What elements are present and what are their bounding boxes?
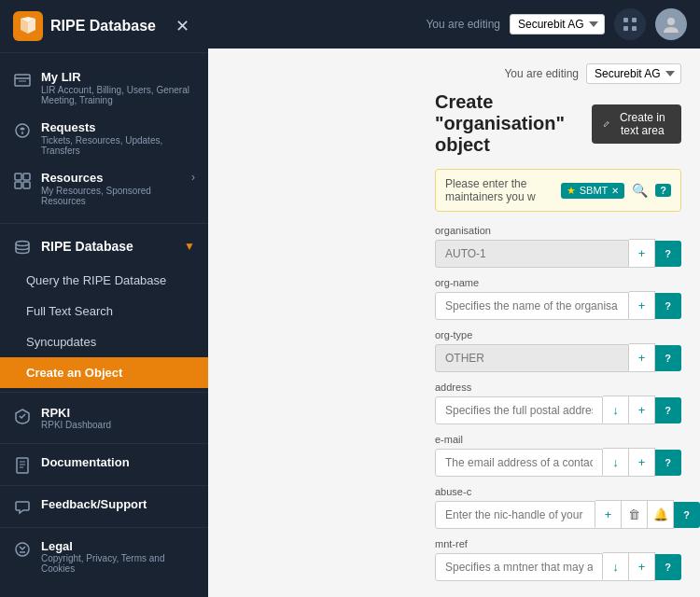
create-in-text-area-button[interactable]: Create in text area: [592, 104, 681, 144]
editing-bar-label: You are editing: [504, 67, 579, 80]
svg-rect-7: [23, 174, 30, 180]
field-down-btn-email[interactable]: ↓: [603, 448, 629, 477]
field-bell-btn-abusec[interactable]: 🔔: [648, 500, 674, 529]
field-label-orgname: org-name: [435, 277, 681, 288]
sidebar-close-button[interactable]: ✕: [170, 14, 195, 38]
resources-icon: [13, 173, 32, 189]
svg-rect-8: [15, 182, 21, 188]
field-help-btn-abusec[interactable]: ?: [674, 502, 700, 528]
svg-point-21: [667, 18, 675, 25]
mylir-icon: [13, 72, 32, 89]
field-plus-btn-abusec[interactable]: +: [595, 500, 622, 529]
field-trash-btn-abusec[interactable]: 🗑: [622, 500, 648, 529]
field-help-btn-email[interactable]: ?: [655, 450, 681, 476]
field-row-address: ↓ + ?: [435, 396, 681, 424]
sidebar-logo: RIPE Database: [13, 11, 156, 41]
feedback-icon: [13, 499, 32, 516]
field-group-address: address ↓ + ?: [435, 382, 681, 424]
svg-rect-19: [623, 26, 628, 31]
maintainer-help-button[interactable]: ?: [655, 184, 671, 197]
requests-subtitle: Tickets, Resources, Updates, Transfers: [41, 135, 195, 156]
field-help-btn-address[interactable]: ?: [655, 397, 681, 423]
sidebar-sub-item-query[interactable]: Query the RIPE Database: [0, 265, 208, 296]
resources-title: Resources: [41, 171, 182, 185]
editing-bar-select[interactable]: Securebit AG: [586, 63, 681, 84]
sidebar-item-resources[interactable]: Resources My Resources, Sponsored Resour…: [0, 163, 208, 214]
sidebar-section-ripedb: RIPE Database ▼ Query the RIPE Database …: [0, 224, 208, 393]
svg-rect-18: [632, 18, 637, 22]
user-avatar[interactable]: [655, 8, 687, 40]
sidebar-sub-item-fulltext[interactable]: Full Text Search: [0, 296, 208, 326]
sidebar-section-rpki: RPKI RPKI Dashboard: [0, 393, 208, 444]
maintainer-banner: Please enter the maintainers you w ★ SBM…: [435, 169, 681, 212]
field-plus-btn-email[interactable]: +: [629, 448, 655, 477]
field-help-btn-orgtype[interactable]: ?: [655, 345, 681, 371]
requests-title: Requests: [41, 120, 195, 134]
field-group-mntref: mnt-ref ↓ + ?: [435, 538, 681, 581]
field-row-abusec: + 🗑 🔔 ?: [435, 500, 681, 529]
resources-subtitle: My Resources, Sponsored Resources: [41, 186, 182, 206]
sidebar-item-legal[interactable]: Legal Copyright, Privacy, Terms and Cook…: [0, 532, 208, 581]
field-input-mntref[interactable]: [435, 553, 603, 581]
sidebar-item-documentation[interactable]: Documentation: [0, 448, 208, 481]
svg-rect-9: [23, 182, 30, 188]
field-row-orgname: + ?: [435, 291, 681, 320]
requests-icon: [13, 122, 32, 139]
sidebar-section-docs: Documentation: [0, 444, 208, 486]
field-input-address[interactable]: [435, 396, 603, 424]
field-group-orgtype: org-type + ?: [435, 329, 681, 372]
maintainer-tag-chip: ★ SBMT ✕: [561, 183, 625, 199]
field-plus-btn-orgname[interactable]: +: [629, 291, 655, 320]
field-plus-btn-orgtype[interactable]: +: [629, 343, 655, 372]
mylir-text: My LIR LIR Account, Billing, Users, Gene…: [41, 70, 195, 105]
sidebar-sub-item-create[interactable]: Create an Object: [0, 357, 208, 388]
grid-icon-button[interactable]: [614, 8, 646, 40]
tag-remove-button[interactable]: ✕: [611, 186, 619, 196]
sidebar-section-mylir: My LIR LIR Account, Billing, Users, Gene…: [0, 53, 208, 224]
field-input-organisation[interactable]: [435, 240, 629, 268]
sidebar-item-mylir[interactable]: My LIR LIR Account, Billing, Users, Gene…: [0, 62, 208, 113]
field-help-btn-organisation[interactable]: ?: [655, 241, 681, 267]
field-plus-btn-organisation[interactable]: +: [629, 239, 655, 268]
field-input-email[interactable]: [435, 449, 603, 477]
svg-rect-11: [17, 458, 28, 473]
field-input-orgname[interactable]: [435, 292, 629, 320]
main-content: You are editing Securebit AG Create "org…: [416, 49, 700, 597]
field-down-btn-address[interactable]: ↓: [603, 396, 629, 424]
mylir-subtitle: LIR Account, Billing, Users, General Mee…: [41, 85, 195, 105]
sidebar-item-feedback[interactable]: Feedback/Support: [0, 490, 208, 523]
sidebar-logo-text: RIPE Database: [50, 18, 156, 35]
field-input-abusec[interactable]: [435, 501, 595, 529]
sidebar-db-chevron: ▼: [184, 240, 195, 253]
field-help-btn-orgname[interactable]: ?: [655, 293, 681, 319]
field-down-btn-mntref[interactable]: ↓: [603, 552, 629, 581]
field-input-orgtype[interactable]: [435, 344, 629, 372]
field-help-btn-mntref[interactable]: ?: [655, 554, 681, 580]
edit-icon: [603, 118, 609, 130]
sidebar-sub-item-syncupdates[interactable]: Syncupdates: [0, 326, 208, 357]
field-plus-btn-mntref[interactable]: +: [629, 552, 655, 581]
field-plus-btn-address[interactable]: +: [629, 396, 655, 424]
field-row-mntref: ↓ + ?: [435, 552, 681, 581]
sidebar-db-header[interactable]: RIPE Database ▼: [0, 228, 208, 265]
editing-select[interactable]: Securebit AG: [510, 14, 605, 35]
documentation-title: Documentation: [41, 455, 130, 469]
sidebar-header: RIPE Database ✕: [0, 0, 208, 53]
rpki-text: RPKI RPKI Dashboard: [41, 406, 111, 430]
field-label-organisation: organisation: [435, 225, 681, 236]
requests-text: Requests Tickets, Resources, Updates, Tr…: [41, 120, 195, 156]
rpki-icon: [13, 408, 32, 424]
documentation-icon: [13, 457, 32, 474]
tag-star-icon: ★: [567, 185, 576, 197]
legal-text: Legal Copyright, Privacy, Terms and Cook…: [41, 539, 195, 574]
field-label-email: e-mail: [435, 434, 681, 445]
sidebar-item-rpki[interactable]: RPKI RPKI Dashboard: [0, 398, 208, 437]
sidebar: RIPE Database ✕ My LIR LIR Account, Bill…: [0, 0, 208, 597]
maintainer-prompt: Please enter the maintainers you w: [445, 177, 553, 203]
topbar: You are editing Securebit AG: [208, 0, 700, 49]
feedback-title: Feedback/Support: [41, 497, 147, 511]
page-title: Create "organisation" object: [435, 91, 592, 156]
svg-rect-20: [632, 26, 637, 31]
sidebar-item-requests[interactable]: Requests Tickets, Resources, Updates, Tr…: [0, 113, 208, 163]
maintainer-search-icon[interactable]: 🔍: [632, 183, 648, 198]
